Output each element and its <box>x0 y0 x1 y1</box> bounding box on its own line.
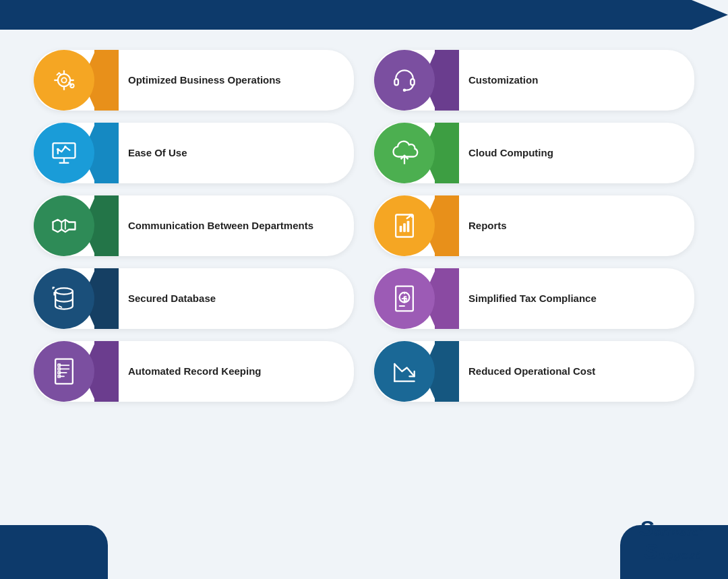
benefit-card-communication: Communication Between Departments <box>34 195 354 256</box>
benefit-card-simplified-tax: $ Simplified Tax Compliance <box>374 268 694 329</box>
gear-target-icon <box>34 50 94 111</box>
benefit-card-automated-record: Automated Record Keeping <box>34 341 354 402</box>
svg-rect-8 <box>411 79 415 85</box>
benefit-label-ease-of-use: Ease Of Use <box>119 146 354 160</box>
benefit-label-secured-database: Secured Database <box>119 292 354 305</box>
arrow-chevron <box>94 268 119 329</box>
arrow-chevron <box>94 195 119 256</box>
svg-point-6 <box>70 84 74 88</box>
svg-rect-19 <box>407 221 410 233</box>
benefit-card-secured-database: Secured Database <box>34 268 354 329</box>
headset-icon <box>374 50 435 111</box>
arrow-chevron <box>435 50 459 111</box>
main-container: Optimized Business Operations Customizat… <box>0 0 728 579</box>
benefit-label-simplified-tax: Simplified Tax Compliance <box>459 292 694 305</box>
svg-point-0 <box>58 74 70 86</box>
document-icon <box>34 341 94 402</box>
tax-icon: $ <box>374 268 435 329</box>
presentation-icon <box>34 123 94 183</box>
bottom-left-decoration <box>0 525 108 579</box>
benefit-label-optimized-business: Optimized Business Operations <box>119 73 354 87</box>
svg-rect-7 <box>394 79 398 85</box>
handshake-icon <box>34 195 94 256</box>
report-icon <box>374 195 435 256</box>
header-banner <box>0 0 728 30</box>
benefit-label-cloud-computing: Cloud Computing <box>459 146 694 160</box>
cost-down-icon <box>374 341 435 402</box>
svg-rect-17 <box>400 226 402 232</box>
svg-point-21 <box>55 288 73 294</box>
svg-point-1 <box>61 78 66 82</box>
database-icon <box>34 268 94 329</box>
benefit-card-customization: Customization <box>374 50 694 111</box>
benefit-card-reports: Reports <box>374 195 694 256</box>
svg-rect-18 <box>403 223 406 232</box>
svg-rect-10 <box>53 143 75 158</box>
svg-text:$: $ <box>403 295 407 303</box>
benefit-label-customization: Customization <box>459 73 694 87</box>
benefits-grid: Optimized Business Operations Customizat… <box>0 36 728 415</box>
svg-point-9 <box>403 88 406 92</box>
benefit-label-automated-record: Automated Record Keeping <box>119 365 354 378</box>
benefit-label-communication: Communication Between Departments <box>119 219 354 233</box>
svg-point-14 <box>64 146 67 148</box>
arrow-chevron <box>435 123 459 183</box>
arrow-chevron <box>435 195 459 256</box>
software-suggest-logo: S oftware® Suggest <box>640 516 704 564</box>
benefit-label-reduced-cost: Reduced Operational Cost <box>459 365 694 378</box>
arrow-chevron <box>94 50 119 111</box>
arrow-chevron <box>94 123 119 183</box>
benefit-card-ease-of-use: Ease Of Use <box>34 123 354 183</box>
arrow-chevron <box>94 341 119 402</box>
arrow-chevron <box>435 268 459 329</box>
arrow-chevron <box>435 341 459 402</box>
benefit-card-cloud-computing: Cloud Computing <box>374 123 694 183</box>
benefit-card-reduced-cost: Reduced Operational Cost <box>374 341 694 402</box>
benefit-card-optimized-business: Optimized Business Operations <box>34 50 354 111</box>
benefit-label-reports: Reports <box>459 219 694 233</box>
cloud-upload-icon <box>374 123 435 183</box>
svg-point-13 <box>57 148 59 151</box>
